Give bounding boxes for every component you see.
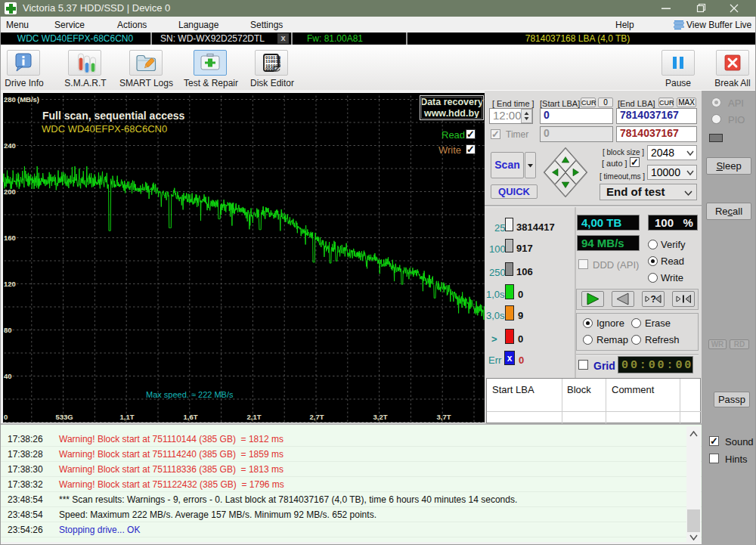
svg-text:80: 80 xyxy=(4,326,12,334)
svg-text:200: 200 xyxy=(4,187,16,196)
svg-text:0: 0 xyxy=(4,413,8,421)
svg-text:533G: 533G xyxy=(55,413,73,421)
svg-text:0001: 0001 xyxy=(265,67,276,72)
svg-text:40: 40 xyxy=(4,372,12,380)
svg-text:?: ? xyxy=(651,294,656,305)
svg-text:3,7T: 3,7T xyxy=(436,413,451,421)
svg-text:1,6T: 1,6T xyxy=(183,413,197,421)
svg-text:240: 240 xyxy=(4,141,16,150)
svg-text:(MB/s): (MB/s) xyxy=(17,95,39,104)
svg-text:120: 120 xyxy=(4,280,16,288)
svg-text:1,1T: 1,1T xyxy=(119,413,134,421)
svg-text:160: 160 xyxy=(4,234,16,242)
svg-text:3,2T: 3,2T xyxy=(373,413,387,421)
svg-text:280: 280 xyxy=(4,95,16,104)
svg-text:2,7T: 2,7T xyxy=(309,413,324,421)
svg-text:2,1T: 2,1T xyxy=(246,413,261,421)
